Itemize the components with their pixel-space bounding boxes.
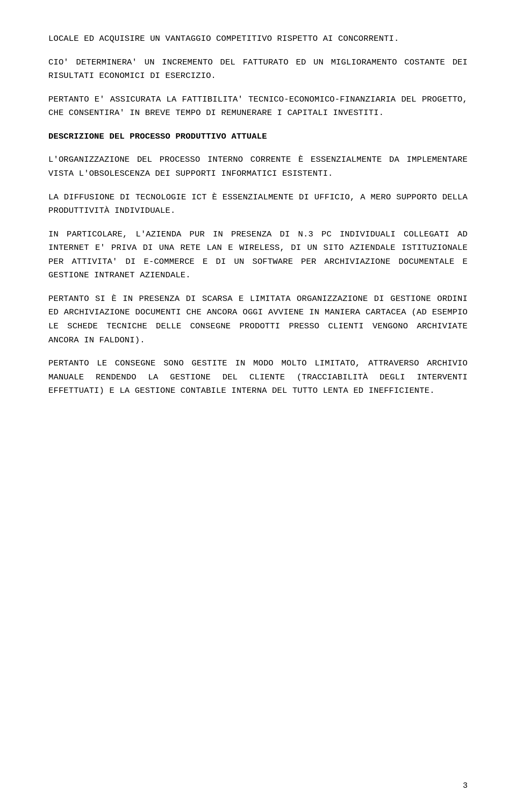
paragraph-5: L'ORGANIZZAZIONE DEL PROCESSO INTERNO CO… xyxy=(48,153,468,181)
paragraph-3: PERTANTO E' ASSICURATA LA FATTIBILITA' T… xyxy=(48,93,468,120)
paragraph-2: CIO' DETERMINERA' UN INCREMENTO DEL FATT… xyxy=(48,56,468,83)
paragraph-8: PERTANTO SI È IN PRESENZA DI SCARSA E LI… xyxy=(48,292,468,347)
page-number: 3 xyxy=(463,781,468,791)
paragraph-6: LA DIFFUSIONE DI TECNOLOGIE ICT È ESSENZ… xyxy=(48,191,468,218)
section-title: DESCRIZIONE DEL PROCESSO PRODUTTIVO ATTU… xyxy=(48,130,468,144)
page: LOCALE ED ACQUISIRE UN VANTAGGIO COMPETI… xyxy=(0,0,516,812)
paragraph-9: PERTANTO LE CONSEGNE SONO GESTITE IN MOD… xyxy=(48,357,468,398)
paragraph-7: IN PARTICOLARE, L'AZIENDA PUR IN PRESENZ… xyxy=(48,228,468,283)
paragraph-1: LOCALE ED ACQUISIRE UN VANTAGGIO COMPETI… xyxy=(48,32,468,46)
